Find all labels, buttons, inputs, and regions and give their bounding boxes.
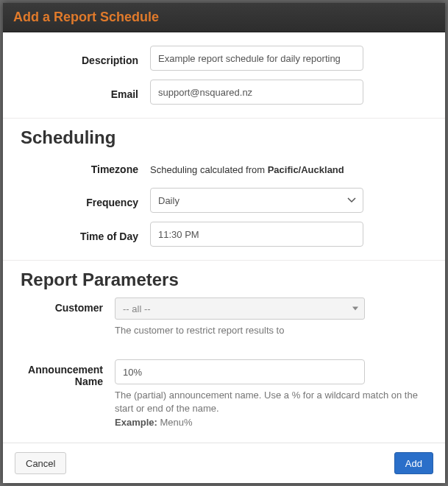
label-time-of-day: Time of Day <box>18 226 150 242</box>
announcement-example-value: Menu% <box>157 417 193 428</box>
divider-report-params <box>3 260 445 261</box>
label-email: Email <box>18 84 150 100</box>
label-frequency: Frequency <box>18 192 150 208</box>
frequency-select[interactable] <box>150 188 363 213</box>
label-timezone: Timezone <box>18 159 150 175</box>
heading-scheduling: Scheduling <box>3 123 445 151</box>
field-email <box>150 80 400 105</box>
label-description: Description <box>18 50 150 66</box>
customer-combobox-value: -- all -- <box>123 303 151 314</box>
cancel-button[interactable]: Cancel <box>15 452 66 474</box>
time-of-day-input[interactable] <box>150 222 363 247</box>
label-customer: Customer <box>7 297 115 337</box>
timezone-text: Scheduling calculated from Pacific/Auckl… <box>150 160 430 175</box>
add-report-schedule-modal: Add a Report Schedule Description Email … <box>3 3 445 483</box>
customer-help-text: The customer to restrict report results … <box>115 324 430 337</box>
row-customer: Customer -- all -- The customer to restr… <box>3 293 445 342</box>
announcement-name-help-text: The (partial) announcement name. Use a %… <box>115 390 418 414</box>
timezone-prefix: Scheduling calculated from <box>150 164 268 175</box>
modal-footer: Cancel Add <box>3 443 445 483</box>
row-announcement-name: Announcement Name The (partial) announce… <box>3 355 445 434</box>
field-announcement-name: The (partial) announcement name. Use a %… <box>115 359 430 429</box>
timezone-value: Pacific/Auckland <box>268 164 344 175</box>
field-frequency <box>150 188 400 213</box>
modal-header: Add a Report Schedule <box>3 3 445 32</box>
field-time-of-day <box>150 222 400 247</box>
modal-backdrop: Add a Report Schedule Description Email … <box>0 0 448 486</box>
row-email: Email <box>3 75 445 109</box>
field-customer: -- all -- The customer to restrict repor… <box>115 297 430 337</box>
row-description: Description <box>3 41 445 75</box>
divider-scheduling <box>3 118 445 119</box>
label-announcement-name: Announcement Name <box>7 359 115 429</box>
description-input[interactable] <box>150 46 363 71</box>
dropdown-arrow-icon <box>352 307 358 311</box>
email-input[interactable] <box>150 80 363 105</box>
modal-body: Description Email Scheduling Timezone Sc… <box>3 32 445 443</box>
add-button[interactable]: Add <box>394 452 433 474</box>
row-frequency: Frequency <box>3 183 445 217</box>
row-time-of-day: Time of Day <box>3 217 445 251</box>
row-timezone: Timezone Scheduling calculated from Paci… <box>3 151 445 183</box>
modal-title: Add a Report Schedule <box>13 10 159 25</box>
announcement-example-label: Example: <box>115 417 157 428</box>
announcement-name-input[interactable] <box>115 359 365 384</box>
heading-report-parameters: Report Parameters <box>3 265 445 293</box>
customer-combobox[interactable]: -- all -- <box>115 297 365 320</box>
announcement-name-help: The (partial) announcement name. Use a %… <box>115 389 430 429</box>
field-description <box>150 46 400 71</box>
